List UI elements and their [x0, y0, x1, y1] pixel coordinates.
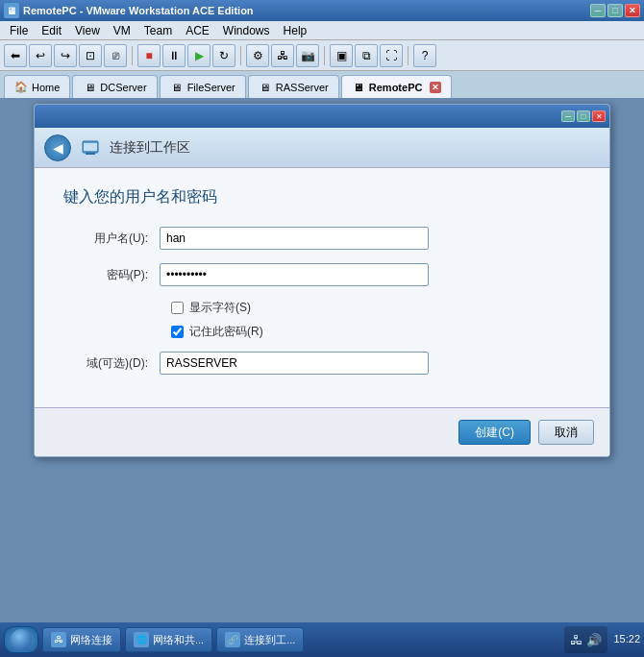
home-icon: 🏠 — [14, 81, 28, 94]
taskbar-network-share[interactable]: 🌐 网络和共... — [125, 627, 212, 652]
clock-time: 15:22 — [613, 633, 640, 645]
tab-dcserver-label: DCServer — [100, 82, 146, 93]
dialog-footer: 创建(C) 取消 — [35, 407, 609, 456]
dialog-nav: ◀ 连接到工作区 — [35, 128, 609, 168]
toolbar-restart-btn[interactable]: ↻ — [212, 44, 235, 67]
rasserver-icon: 🖥 — [259, 81, 272, 94]
show-chars-checkbox[interactable] — [171, 302, 184, 314]
taskbar-network-share-label: 网络和共... — [153, 633, 204, 647]
dialog: ─ □ ✕ ◀ 连接到工作区 键入您的用户名和密码 用户名(U): — [34, 104, 610, 457]
username-input[interactable] — [160, 227, 429, 250]
tab-remotepc-label: RemotePC — [369, 82, 423, 93]
tab-home[interactable]: 🏠 Home — [4, 75, 70, 98]
title-bar: 🖥 RemotePC - VMware Workstation ACE Edit… — [0, 0, 644, 21]
toolbar: ⬅ ↩ ↪ ⊡ ⎚ ■ ⏸ ▶ ↻ ⚙ 🖧 📷 ▣ ⧉ ⛶ ? — [0, 40, 644, 71]
minimize-button[interactable]: ─ — [590, 4, 606, 17]
dialog-maximize[interactable]: □ — [577, 110, 590, 122]
toolbar-help-btn[interactable]: ? — [413, 44, 436, 67]
title-bar-controls: ─ □ ✕ — [590, 4, 640, 17]
taskbar-network-label: 网络连接 — [70, 633, 112, 647]
fileserver-icon: 🖥 — [170, 81, 184, 94]
show-chars-row: 显示字符(S) — [171, 300, 581, 316]
domain-row: 域(可选)(D): — [63, 352, 581, 375]
show-chars-label: 显示字符(S) — [189, 300, 251, 316]
domain-label: 域(可选)(D): — [63, 355, 160, 372]
dcserver-icon: 🖥 — [83, 81, 96, 94]
menu-vm[interactable]: VM — [108, 22, 136, 39]
toolbar-play-btn[interactable]: ▶ — [187, 44, 211, 67]
taskbar-connect-workspace[interactable]: 🔗 连接到工... — [216, 627, 304, 652]
toolbar-pause-btn[interactable]: ⏸ — [162, 44, 186, 67]
username-label: 用户名(U): — [63, 231, 160, 247]
taskbar-connect-label: 连接到工... — [244, 633, 295, 647]
taskbar: 🖧 网络连接 🌐 网络和共... 🔗 连接到工... 🖧 🔊 15:22 — [0, 622, 644, 657]
toolbar-btn-4[interactable]: ⊡ — [79, 44, 102, 67]
tab-dcserver[interactable]: 🖥 DCServer — [72, 75, 157, 98]
taskbar-network-connections[interactable]: 🖧 网络连接 — [42, 627, 121, 652]
dialog-body: 键入您的用户名和密码 用户名(U): 密码(P): 显示字符(S) 记住此密码(… — [35, 168, 609, 407]
toolbar-btn-2[interactable]: ↩ — [29, 44, 52, 67]
password-input[interactable] — [160, 263, 429, 286]
window-title: RemotePC - VMware Workstation ACE Editio… — [23, 5, 254, 16]
tab-rasserver-label: RASServer — [276, 82, 329, 93]
remember-checkbox[interactable] — [171, 326, 184, 338]
username-row: 用户名(U): — [63, 227, 581, 250]
toolbar-stop-btn[interactable]: ■ — [137, 44, 161, 67]
title-bar-left: 🖥 RemotePC - VMware Workstation ACE Edit… — [4, 3, 254, 18]
toolbar-btn-5[interactable]: ⎚ — [104, 44, 127, 67]
toolbar-snapshot-btn[interactable]: 📷 — [296, 44, 319, 67]
close-button[interactable]: ✕ — [625, 4, 640, 17]
dialog-close[interactable]: ✕ — [592, 110, 606, 122]
nav-back-button[interactable]: ◀ — [44, 134, 71, 161]
start-button[interactable] — [4, 626, 38, 653]
app-icon: 🖥 — [4, 3, 19, 18]
menu-bar: File Edit View VM Team ACE Windows Help — [0, 21, 644, 40]
menu-file[interactable]: File — [4, 22, 34, 39]
connect-workspace-icon: 🔗 — [225, 632, 240, 647]
menu-windows[interactable]: Windows — [217, 22, 276, 39]
create-button[interactable]: 创建(C) — [458, 420, 531, 445]
toolbar-sep-4 — [408, 46, 409, 65]
form-heading: 键入您的用户名和密码 — [63, 187, 581, 207]
tab-fileserver[interactable]: 🖥 FileServer — [160, 75, 246, 98]
menu-ace[interactable]: ACE — [180, 22, 215, 39]
toolbar-network-btn[interactable]: 🖧 — [271, 44, 294, 67]
toolbar-sep-2 — [240, 46, 241, 65]
menu-help[interactable]: Help — [278, 22, 313, 39]
network-tray-icon: 🖧 — [570, 633, 582, 647]
toolbar-btn-3[interactable]: ↪ — [54, 44, 77, 67]
toolbar-sep-3 — [324, 46, 325, 65]
system-tray: 🖧 🔊 — [564, 626, 607, 653]
dialog-title-bar: ─ □ ✕ — [35, 105, 609, 128]
toolbar-vm-btn[interactable]: ▣ — [330, 44, 353, 67]
nav-title: 连接到工作区 — [110, 139, 190, 157]
remember-label: 记住此密码(R) — [189, 324, 263, 340]
tab-fileserver-label: FileServer — [187, 82, 235, 93]
toolbar-settings-btn[interactable]: ⚙ — [246, 44, 269, 67]
menu-team[interactable]: Team — [138, 22, 178, 39]
domain-input[interactable] — [160, 352, 429, 375]
cancel-button[interactable]: 取消 — [538, 420, 594, 445]
toolbar-window-btn[interactable]: ⧉ — [355, 44, 378, 67]
dialog-minimize[interactable]: ─ — [561, 110, 575, 122]
tab-rasserver[interactable]: 🖥 RASServer — [248, 75, 339, 98]
menu-edit[interactable]: Edit — [36, 22, 67, 39]
password-row: 密码(P): — [63, 263, 581, 286]
start-orb — [11, 629, 32, 650]
svg-rect-2 — [84, 143, 97, 151]
dialog-title-controls: ─ □ ✕ — [561, 110, 606, 122]
tab-remotepc[interactable]: 🖥 RemotePC ✕ — [341, 75, 453, 98]
tab-home-label: Home — [32, 82, 60, 93]
toolbar-sep-1 — [132, 46, 133, 65]
tab-remotepc-close[interactable]: ✕ — [430, 82, 441, 93]
maximize-button[interactable]: □ — [607, 4, 623, 17]
toolbar-btn-1[interactable]: ⬅ — [4, 44, 27, 67]
tab-bar: 🏠 Home 🖥 DCServer 🖥 FileServer 🖥 RASServ… — [0, 71, 644, 98]
main-area: ─ □ ✕ ◀ 连接到工作区 键入您的用户名和密码 用户名(U): — [0, 98, 644, 622]
toolbar-full-btn[interactable]: ⛶ — [380, 44, 403, 67]
password-label: 密码(P): — [63, 267, 160, 283]
network-connections-icon: 🖧 — [51, 632, 66, 647]
speaker-tray-icon: 🔊 — [586, 633, 602, 647]
remember-row: 记住此密码(R) — [171, 324, 581, 340]
menu-view[interactable]: View — [69, 22, 106, 39]
